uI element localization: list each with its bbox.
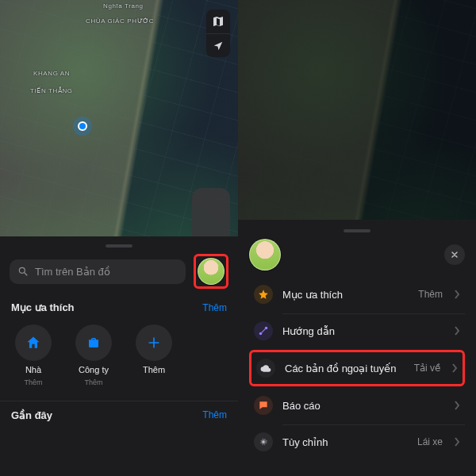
menu-report[interactable]: Báo cáo bbox=[249, 388, 465, 423]
search-sheet[interactable]: Tìm trên Bản đồ Mục ưa thích Thêm Nhà Th… bbox=[0, 236, 238, 476]
favorite-add[interactable]: Thêm bbox=[132, 324, 176, 386]
search-placeholder: Tìm trên Bản đồ bbox=[35, 266, 110, 278]
menu-side: Thêm bbox=[418, 289, 443, 300]
chevron-right-icon bbox=[451, 363, 458, 373]
location-arrow-icon bbox=[213, 40, 224, 52]
favorite-work[interactable]: Công ty Thêm bbox=[71, 324, 116, 386]
favorite-sublabel: Thêm bbox=[24, 378, 42, 386]
chevron-right-icon bbox=[454, 326, 460, 336]
search-icon bbox=[17, 266, 29, 277]
sheet-grabber[interactable] bbox=[344, 229, 370, 232]
briefcase-icon bbox=[86, 336, 101, 350]
chevron-right-icon bbox=[454, 401, 460, 410]
chevron-right-icon bbox=[454, 437, 460, 447]
favorites-more-link[interactable]: Thêm bbox=[202, 302, 227, 313]
map-label: Nghĩa Trang bbox=[103, 2, 144, 10]
star-icon bbox=[254, 285, 273, 304]
settings-menu: Mục ưa thích Thêm Hướng dẫn Cá bbox=[249, 277, 465, 459]
menu-side: Tải về bbox=[414, 363, 440, 374]
menu-label: Tùy chỉnh bbox=[282, 436, 408, 448]
map-controls bbox=[206, 10, 230, 57]
chevron-right-icon bbox=[454, 290, 460, 299]
profile-avatar[interactable] bbox=[198, 258, 225, 285]
favorite-sublabel: Thêm bbox=[84, 378, 102, 386]
close-button[interactable] bbox=[444, 244, 465, 265]
cloud-download-icon bbox=[256, 359, 275, 378]
favorite-home[interactable]: Nhà Thêm bbox=[11, 324, 56, 386]
right-screenshot: Mục ưa thích Thêm Hướng dẫn Cá bbox=[238, 0, 476, 476]
favorite-label: Nhà bbox=[25, 365, 41, 374]
search-input[interactable]: Tìm trên Bản đồ bbox=[10, 259, 186, 284]
favorites-title: Mục ưa thích bbox=[11, 301, 75, 313]
highlight-box bbox=[194, 254, 228, 289]
menu-label: Mục ưa thích bbox=[282, 289, 409, 301]
recent-more-link[interactable]: Thêm bbox=[202, 409, 227, 421]
map-label: TIẾN THẮNG bbox=[30, 87, 73, 94]
map-label: CHÙA GIÁC PHƯỚC bbox=[86, 17, 154, 25]
svg-point-0 bbox=[19, 267, 25, 273]
profile-sheet[interactable]: Mục ưa thích Thêm Hướng dẫn Cá bbox=[238, 220, 476, 476]
plus-icon bbox=[146, 335, 162, 351]
menu-label: Báo cáo bbox=[282, 400, 444, 412]
favorite-label: Công ty bbox=[79, 365, 109, 374]
menu-offline-maps[interactable]: Các bản đồ ngoại tuyến Tải về bbox=[249, 350, 465, 386]
profile-avatar[interactable] bbox=[249, 239, 281, 271]
gear-icon bbox=[254, 432, 273, 451]
svg-line-1 bbox=[25, 273, 28, 276]
home-icon bbox=[25, 335, 41, 351]
menu-label: Hướng dẫn bbox=[282, 325, 444, 337]
locate-button[interactable] bbox=[206, 33, 230, 57]
favorite-label: Thêm bbox=[143, 365, 165, 374]
recent-title: Gần đây bbox=[11, 409, 52, 421]
current-location-dot bbox=[78, 121, 87, 131]
route-icon bbox=[254, 321, 273, 340]
menu-side: Lái xe bbox=[417, 436, 443, 447]
menu-customize[interactable]: Tùy chỉnh Lái xe bbox=[249, 424, 465, 459]
chat-bubble-icon bbox=[254, 396, 273, 415]
menu-guides[interactable]: Hướng dẫn bbox=[249, 313, 465, 348]
menu-label: Các bản đồ ngoại tuyến bbox=[285, 363, 405, 374]
close-icon bbox=[450, 250, 459, 259]
left-screenshot: Nghĩa Trang CHÙA GIÁC PHƯỚC KHANG AN TIẾ… bbox=[0, 0, 238, 476]
favorites-row: Nhà Thêm Công ty Thêm Thêm bbox=[10, 321, 228, 393]
map-icon bbox=[212, 15, 225, 28]
divider bbox=[0, 401, 238, 401]
sheet-grabber[interactable] bbox=[106, 244, 132, 248]
map-mode-button[interactable] bbox=[206, 10, 230, 33]
menu-favorites[interactable]: Mục ưa thích Thêm bbox=[249, 277, 465, 312]
map-label: KHANG AN bbox=[33, 70, 70, 77]
